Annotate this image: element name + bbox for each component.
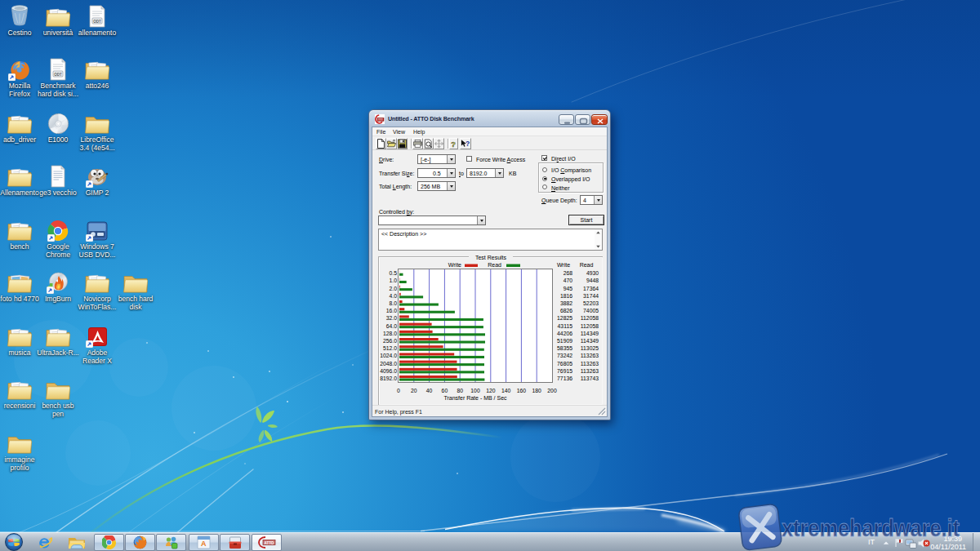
svg-text:2048.0: 2048.0 xyxy=(380,361,397,367)
svg-text:A: A xyxy=(201,540,207,548)
svg-text:4930: 4930 xyxy=(586,270,599,276)
svg-text:Read: Read xyxy=(580,262,594,268)
svg-text:160: 160 xyxy=(517,388,527,393)
svg-text:76915: 76915 xyxy=(557,368,572,374)
svg-text:Transfer Rate - MB / Sec: Transfer Rate - MB / Sec xyxy=(443,395,507,401)
svg-text:1024.0: 1024.0 xyxy=(380,353,397,358)
svg-text:52203: 52203 xyxy=(583,300,599,306)
svg-text:945: 945 xyxy=(564,286,573,291)
svg-text:Write: Write xyxy=(448,262,461,268)
svg-text:6826: 6826 xyxy=(560,308,572,313)
svg-text:268: 268 xyxy=(564,270,573,276)
svg-text:1816: 1816 xyxy=(560,293,572,299)
svg-text:20: 20 xyxy=(411,388,417,393)
svg-text:43115: 43115 xyxy=(558,323,573,329)
svg-text:?: ? xyxy=(466,140,470,148)
svg-text:120: 120 xyxy=(486,388,496,393)
svg-text:ATTO: ATTO xyxy=(264,541,274,545)
svg-text:113025: 113025 xyxy=(581,345,599,351)
svg-text:128.0: 128.0 xyxy=(383,331,397,336)
svg-text:1.0: 1.0 xyxy=(390,278,398,283)
svg-text:80: 80 xyxy=(457,388,463,393)
svg-text:Read: Read xyxy=(488,262,501,268)
svg-text:74005: 74005 xyxy=(583,308,599,313)
svg-text:77136: 77136 xyxy=(557,375,572,381)
svg-text:3882: 3882 xyxy=(560,300,572,306)
svg-text:200: 200 xyxy=(547,388,557,393)
svg-text:32.0: 32.0 xyxy=(386,315,397,321)
svg-text:12825: 12825 xyxy=(557,315,572,321)
svg-text:256.0: 256.0 xyxy=(383,338,397,344)
svg-text:xtremehardware.it: xtremehardware.it xyxy=(782,514,960,541)
svg-text:58355: 58355 xyxy=(557,345,572,351)
svg-text:0: 0 xyxy=(397,388,400,393)
svg-text:0.5: 0.5 xyxy=(390,270,398,276)
svg-text:8192.0: 8192.0 xyxy=(380,375,397,381)
svg-text:8.0: 8.0 xyxy=(390,300,398,306)
svg-text:9448: 9448 xyxy=(586,278,599,283)
svg-text:113263: 113263 xyxy=(581,361,599,367)
svg-text:100: 100 xyxy=(470,388,480,393)
svg-text:470: 470 xyxy=(564,278,573,283)
svg-text:2.0: 2.0 xyxy=(390,286,398,291)
svg-text:112058: 112058 xyxy=(581,315,599,321)
svg-text:512.0: 512.0 xyxy=(383,345,397,351)
svg-text:114349: 114349 xyxy=(581,338,599,344)
svg-text:64.0: 64.0 xyxy=(386,323,397,329)
svg-text:4.0: 4.0 xyxy=(390,293,398,299)
svg-text:Write: Write xyxy=(557,262,570,268)
svg-text:112058: 112058 xyxy=(581,323,599,329)
svg-text:114349: 114349 xyxy=(581,331,599,336)
svg-text:113743: 113743 xyxy=(581,375,599,381)
svg-text:44206: 44206 xyxy=(557,331,572,336)
svg-text:140: 140 xyxy=(501,388,511,393)
svg-text:113263: 113263 xyxy=(581,353,599,358)
svg-text:Test Results: Test Results xyxy=(475,256,507,260)
svg-text:?: ? xyxy=(451,140,456,149)
svg-text:60: 60 xyxy=(442,388,448,393)
svg-text:4096.0: 4096.0 xyxy=(380,368,397,374)
svg-text:40: 40 xyxy=(426,388,433,393)
svg-text:180: 180 xyxy=(532,388,542,393)
svg-text:73242: 73242 xyxy=(557,353,572,358)
svg-text:113263: 113263 xyxy=(581,368,599,374)
svg-text:76805: 76805 xyxy=(557,361,572,367)
svg-text:16.0: 16.0 xyxy=(386,308,397,313)
svg-text:51909: 51909 xyxy=(557,338,572,344)
svg-text:17364: 17364 xyxy=(583,286,599,291)
svg-text:31744: 31744 xyxy=(583,293,599,299)
